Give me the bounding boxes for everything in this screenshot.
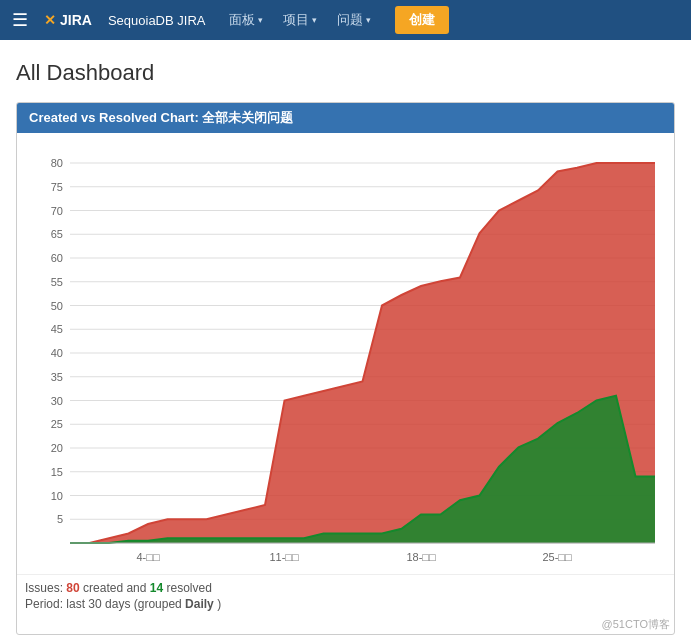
menu-item-issues[interactable]: 问题 ▾ — [329, 7, 379, 33]
chart-widget: Created vs Resolved Chart: 全部未关闭问题 — [16, 102, 675, 635]
menu-project-label: 项目 — [283, 11, 309, 29]
svg-text:55: 55 — [51, 276, 63, 288]
svg-text:11-□□: 11-□□ — [269, 551, 299, 563]
period-label: Period: last 30 days (grouped — [25, 597, 182, 611]
menu-item-project[interactable]: 项目 ▾ — [275, 7, 325, 33]
created-label-text: created and — [83, 581, 146, 595]
svg-text:20: 20 — [51, 442, 63, 454]
menu-issues-label: 问题 — [337, 11, 363, 29]
chart-header: Created vs Resolved Chart: 全部未关闭问题 — [17, 103, 674, 133]
svg-text:80: 80 — [51, 157, 63, 169]
svg-text:70: 70 — [51, 205, 63, 217]
period-end: ) — [217, 597, 221, 611]
period-line: Period: last 30 days (grouped Daily ) — [25, 597, 666, 611]
issues-label: Issues: — [25, 581, 63, 595]
chart-footer: Issues: 80 created and 14 resolved Perio… — [17, 574, 674, 615]
svg-text:25: 25 — [51, 418, 63, 430]
resolved-count: 14 — [150, 581, 163, 595]
svg-text:75: 75 — [51, 181, 63, 193]
period-group: Daily — [185, 597, 214, 611]
svg-text:15: 15 — [51, 466, 63, 478]
chart-body: 80 75 70 65 60 55 50 45 40 35 30 25 20 1… — [17, 133, 674, 574]
svg-text:5: 5 — [57, 513, 63, 525]
topnav: ☰ ✕ JIRA SequoiaDB JIRA 面板 ▾ 项目 ▾ 问题 ▾ 创… — [0, 0, 691, 40]
topnav-logo: ✕ JIRA — [44, 12, 92, 28]
svg-text:35: 35 — [51, 371, 63, 383]
svg-text:10: 10 — [51, 490, 63, 502]
svg-text:40: 40 — [51, 347, 63, 359]
watermark: @51CTO博客 — [17, 615, 674, 634]
page-content: All Dashboard Created vs Resolved Chart:… — [0, 40, 691, 639]
svg-text:4-□□: 4-□□ — [136, 551, 159, 563]
svg-text:30: 30 — [51, 395, 63, 407]
svg-text:25-□□: 25-□□ — [542, 551, 572, 563]
topnav-menu: 面板 ▾ 项目 ▾ 问题 ▾ — [221, 7, 379, 33]
menu-dashboard-label: 面板 — [229, 11, 255, 29]
svg-text:50: 50 — [51, 300, 63, 312]
chart-svg-container: 80 75 70 65 60 55 50 45 40 35 30 25 20 1… — [25, 143, 666, 566]
svg-text:65: 65 — [51, 228, 63, 240]
svg-text:18-□□: 18-□□ — [406, 551, 436, 563]
resolved-label-text: resolved — [167, 581, 212, 595]
create-button[interactable]: 创建 — [395, 6, 449, 34]
issues-line: Issues: 80 created and 14 resolved — [25, 581, 666, 595]
svg-text:45: 45 — [51, 323, 63, 335]
jira-x-icon: ✕ — [44, 12, 56, 28]
created-count: 80 — [66, 581, 79, 595]
page-title: All Dashboard — [16, 60, 675, 86]
svg-text:60: 60 — [51, 252, 63, 264]
chart-svg: 80 75 70 65 60 55 50 45 40 35 30 25 20 1… — [25, 143, 669, 563]
hamburger-menu-icon[interactable]: ☰ — [12, 9, 28, 31]
jira-logo-text: JIRA — [60, 12, 92, 28]
menu-item-dashboard[interactable]: 面板 ▾ — [221, 7, 271, 33]
chevron-down-icon: ▾ — [366, 15, 371, 25]
chevron-down-icon: ▾ — [312, 15, 317, 25]
app-name: SequoiaDB JIRA — [108, 13, 206, 28]
chevron-down-icon: ▾ — [258, 15, 263, 25]
